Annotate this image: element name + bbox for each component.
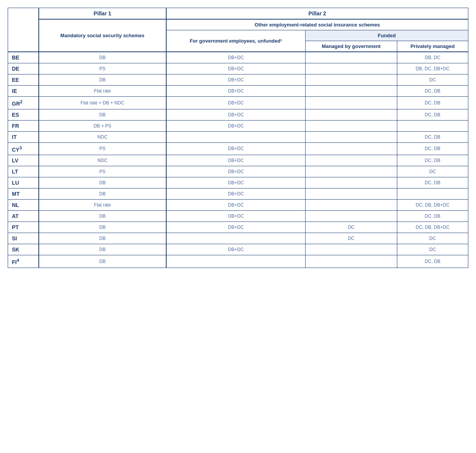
table-row: MTDBDB+DC xyxy=(8,188,468,200)
privately-managed-header: Privately managed xyxy=(397,41,468,52)
managed-by-gov-header: Managed by government xyxy=(305,41,397,52)
unfunded-payg-cell: DB xyxy=(39,222,167,233)
col1-header: Mandatory social security schemes xyxy=(39,19,167,52)
privately-managed-cell: DC xyxy=(397,166,468,177)
table-row: IEFlat rateDB+DCDC, DB xyxy=(8,86,468,97)
privately-managed-cell: DC, DB xyxy=(397,177,468,188)
gov-employees-cell: DB+DC xyxy=(166,244,305,255)
privately-managed-cell: DC, DB, DB+DC xyxy=(397,200,468,211)
privately-managed-cell: DC, DB xyxy=(397,255,468,268)
unfunded-payg-cell: DB xyxy=(39,188,167,200)
pillar1-header: Pillar 1 xyxy=(39,8,167,20)
privately-managed-cell: DC, DB xyxy=(397,211,468,222)
gov-employees-cell: DB+DC xyxy=(166,188,305,200)
managed-by-gov-cell xyxy=(305,74,397,86)
gov-employees-cell xyxy=(166,233,305,244)
table-row: DEPSDB+DCDB, DC, DB+DC xyxy=(8,63,468,74)
privately-managed-cell xyxy=(397,188,468,200)
unfunded-payg-cell: Flat rate xyxy=(39,200,167,211)
managed-by-gov-cell xyxy=(305,188,397,200)
country-cell: AT xyxy=(8,211,39,222)
country-cell: LT xyxy=(8,166,39,177)
gov-employees-cell: DB+DC xyxy=(166,120,305,131)
gov-employees-cell: DB+DC xyxy=(166,211,305,222)
gov-employees-cell: DB+DC xyxy=(166,166,305,177)
managed-by-gov-cell xyxy=(305,255,397,268)
table-row: LUDBDB+DCDC, DB xyxy=(8,177,468,188)
privately-managed-cell: DC, DB xyxy=(397,131,468,142)
table-row: ITNDCDC, DB xyxy=(8,131,468,142)
table-row: SKDBDB+DCDC xyxy=(8,244,468,255)
table-row: EEDBDB+DCDC xyxy=(8,74,468,86)
privately-managed-cell: DC, DB xyxy=(397,155,468,166)
gov-employees-cell: DB+DC xyxy=(166,200,305,211)
country-cell: IE xyxy=(8,86,39,97)
privately-managed-cell: DC, DB, DB+DC xyxy=(397,222,468,233)
managed-by-gov-cell xyxy=(305,142,397,155)
managed-by-gov-cell xyxy=(305,131,397,142)
country-cell: IT xyxy=(8,131,39,142)
country-cell: MT xyxy=(8,188,39,200)
empty-corner xyxy=(8,8,39,52)
country-cell: LU xyxy=(8,177,39,188)
country-cell: BE xyxy=(8,52,39,63)
managed-by-gov-cell xyxy=(305,97,397,109)
unfunded-payg-cell: DB + PS xyxy=(39,120,167,131)
table-row: ESDBDB+DCDC, DB xyxy=(8,109,468,120)
gov-employees-cell: DB+DC xyxy=(166,155,305,166)
country-cell: FI4 xyxy=(8,255,39,268)
unfunded-payg-cell: DB xyxy=(39,233,167,244)
country-cell: DE xyxy=(8,63,39,74)
unfunded-payg-cell: DB xyxy=(39,109,167,120)
managed-by-gov-cell xyxy=(305,63,397,74)
privately-managed-cell: DC, DB xyxy=(397,109,468,120)
table-row: BEDBDB+DCDB, DC xyxy=(8,52,468,63)
privately-managed-cell: DC, DB xyxy=(397,142,468,155)
managed-by-gov-cell xyxy=(305,86,397,97)
managed-by-gov-cell xyxy=(305,211,397,222)
unfunded-payg-cell: PS xyxy=(39,142,167,155)
gov-employees-cell: DB+DC xyxy=(166,142,305,155)
privately-managed-cell: DC, DB xyxy=(397,86,468,97)
unfunded-payg-cell: NDC xyxy=(39,131,167,142)
gov-employees-cell: DB+DC xyxy=(166,97,305,109)
gov-employees-cell: DB+DC xyxy=(166,63,305,74)
privately-managed-cell: DC, DB xyxy=(397,97,468,109)
table-row: SIDBDCDC xyxy=(8,233,468,244)
gov-employees-cell: DB+DC xyxy=(166,74,305,86)
privately-managed-cell: DC xyxy=(397,233,468,244)
gov-employees-cell: DB+DC xyxy=(166,222,305,233)
gov-employees-cell: DB+DC xyxy=(166,86,305,97)
table-row: NLFlat rateDB+DCDC, DB, DB+DC xyxy=(8,200,468,211)
unfunded-payg-cell: DB xyxy=(39,177,167,188)
table-row: FI4DBDC, DB xyxy=(8,255,468,268)
unfunded-payg-cell: Flat rate xyxy=(39,86,167,97)
gov-employees-cell: DB+DC xyxy=(166,52,305,63)
unfunded-payg-cell: NDC xyxy=(39,155,167,166)
country-cell: LV xyxy=(8,155,39,166)
gov-employees-cell xyxy=(166,255,305,268)
gov-employees-header: For government employees, unfunded¹ xyxy=(166,30,305,52)
pillar2-header: Pillar 2 xyxy=(166,8,468,20)
unfunded-payg-cell: DB xyxy=(39,255,167,268)
country-cell: FR xyxy=(8,120,39,131)
gov-employees-cell: DB+DC xyxy=(166,109,305,120)
privately-managed-cell xyxy=(397,120,468,131)
managed-by-gov-cell xyxy=(305,244,397,255)
country-cell: ES xyxy=(8,109,39,120)
managed-by-gov-cell: DC xyxy=(305,222,397,233)
table-row: LVNDCDB+DCDC, DB xyxy=(8,155,468,166)
table-row: ATDBDB+DCDC, DB xyxy=(8,211,468,222)
table-row: LTPSDB+DCDC xyxy=(8,166,468,177)
table-row: FRDB + PSDB+DC xyxy=(8,120,468,131)
country-cell: PT xyxy=(8,222,39,233)
table-row: CY3PSDB+DCDC, DB xyxy=(8,142,468,155)
table-row: GR2Flat rate + DB + NDCDB+DCDC, DB xyxy=(8,97,468,109)
country-cell: SI xyxy=(8,233,39,244)
unfunded-payg-cell: DB xyxy=(39,74,167,86)
country-cell: NL xyxy=(8,200,39,211)
unfunded-payg-cell: PS xyxy=(39,166,167,177)
managed-by-gov-cell xyxy=(305,166,397,177)
unfunded-payg-cell: DB xyxy=(39,52,167,63)
managed-by-gov-cell xyxy=(305,200,397,211)
